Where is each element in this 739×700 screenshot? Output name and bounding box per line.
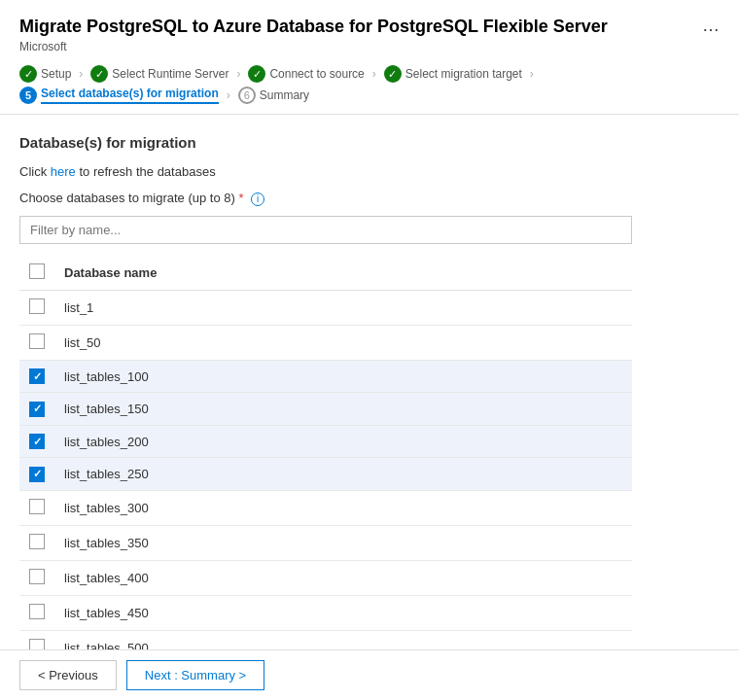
refresh-text: Click here to refresh the databases xyxy=(19,164,720,179)
table-row[interactable]: list_tables_200 xyxy=(19,425,632,458)
db-name-header: Database name xyxy=(54,256,632,291)
step-setup[interactable]: ✓Setup xyxy=(19,65,71,83)
required-star: * xyxy=(238,191,243,205)
db-name-cell: list_50 xyxy=(54,325,632,360)
more-options-icon[interactable]: … xyxy=(702,16,720,36)
page-header: Migrate PostgreSQL to Azure Database for… xyxy=(0,0,739,53)
step-separator: › xyxy=(236,67,240,81)
filter-input[interactable] xyxy=(19,216,632,244)
table-row[interactable]: list_1 xyxy=(19,290,632,325)
step-migration-target[interactable]: ✓Select migration target xyxy=(384,65,522,83)
table-row[interactable]: list_tables_150 xyxy=(19,393,632,426)
db-name-cell: list_tables_100 xyxy=(54,360,632,393)
table-row[interactable]: list_50 xyxy=(19,325,632,360)
info-icon[interactable]: i xyxy=(251,192,264,206)
step-label-migration-target: Select migration target xyxy=(405,67,522,81)
refresh-prefix: Click xyxy=(19,164,51,179)
db-checkbox-6[interactable] xyxy=(29,499,45,514)
step-icon-select-databases: 5 xyxy=(19,87,37,104)
step-separator: › xyxy=(530,67,534,81)
db-name-cell: list_tables_250 xyxy=(54,458,632,491)
db-checkbox-3[interactable] xyxy=(29,402,45,417)
table-row[interactable]: list_tables_100 xyxy=(19,360,632,393)
header-checkbox-cell xyxy=(19,256,54,291)
step-icon-migration-target: ✓ xyxy=(384,65,402,83)
step-label-select-databases: Select database(s) for migration xyxy=(41,87,219,104)
step-label-connect-source: Connect to source xyxy=(269,67,364,81)
db-name-cell: list_1 xyxy=(54,290,632,325)
step-label-runtime-server: Select Runtime Server xyxy=(112,67,229,81)
db-checkbox-7[interactable] xyxy=(29,534,45,549)
db-name-cell: list_tables_350 xyxy=(54,525,632,560)
step-runtime-server[interactable]: ✓Select Runtime Server xyxy=(90,65,229,83)
step-summary[interactable]: 6Summary xyxy=(238,87,309,104)
db-checkbox-4[interactable] xyxy=(29,434,45,449)
step-connect-source[interactable]: ✓Connect to source xyxy=(248,65,364,83)
next-button[interactable]: Next : Summary > xyxy=(126,660,264,690)
previous-button[interactable]: < Previous xyxy=(19,660,117,690)
refresh-link[interactable]: here xyxy=(51,164,76,179)
step-icon-setup: ✓ xyxy=(19,65,37,83)
step-separator: › xyxy=(79,67,83,81)
table-row[interactable]: list_tables_450 xyxy=(19,595,632,630)
table-row[interactable]: list_tables_400 xyxy=(19,560,632,595)
db-checkbox-9[interactable] xyxy=(29,604,45,619)
db-name-cell: list_tables_200 xyxy=(54,425,632,458)
refresh-suffix: to refresh the databases xyxy=(76,164,216,179)
section-title: Database(s) for migration xyxy=(19,134,720,151)
db-name-cell: list_tables_450 xyxy=(54,595,632,630)
database-table: Database name list_1list_50list_tables_1… xyxy=(19,256,632,700)
step-separator: › xyxy=(227,88,230,102)
main-content: Database(s) for migration Click here to … xyxy=(0,115,739,700)
choose-label: Choose databases to migrate (up to 8) * … xyxy=(19,191,720,206)
step-label-summary: Summary xyxy=(260,88,309,102)
db-checkbox-2[interactable] xyxy=(29,368,45,384)
db-checkbox-5[interactable] xyxy=(29,467,45,482)
db-name-cell: list_tables_400 xyxy=(54,560,632,595)
footer: < Previous Next : Summary > xyxy=(0,649,739,700)
db-checkbox-0[interactable] xyxy=(29,298,45,314)
table-row[interactable]: list_tables_250 xyxy=(19,458,632,491)
step-label-setup: Setup xyxy=(41,67,71,81)
step-icon-summary: 6 xyxy=(238,87,256,104)
db-checkbox-8[interactable] xyxy=(29,569,45,584)
wizard-steps: ✓Setup›✓Select Runtime Server›✓Connect t… xyxy=(0,53,739,115)
select-all-checkbox[interactable] xyxy=(29,263,45,279)
step-icon-runtime-server: ✓ xyxy=(90,65,108,83)
table-row[interactable]: list_tables_350 xyxy=(19,525,632,560)
db-name-cell: list_tables_300 xyxy=(54,490,632,525)
table-row[interactable]: list_tables_300 xyxy=(19,490,632,525)
step-icon-connect-source: ✓ xyxy=(248,65,265,83)
db-checkbox-1[interactable] xyxy=(29,333,45,349)
page-subtitle: Microsoft xyxy=(19,40,608,53)
step-separator: › xyxy=(372,67,376,81)
page-title: Migrate PostgreSQL to Azure Database for… xyxy=(19,16,608,38)
db-name-cell: list_tables_150 xyxy=(54,393,632,426)
step-select-databases: 5Select database(s) for migration xyxy=(19,87,219,104)
